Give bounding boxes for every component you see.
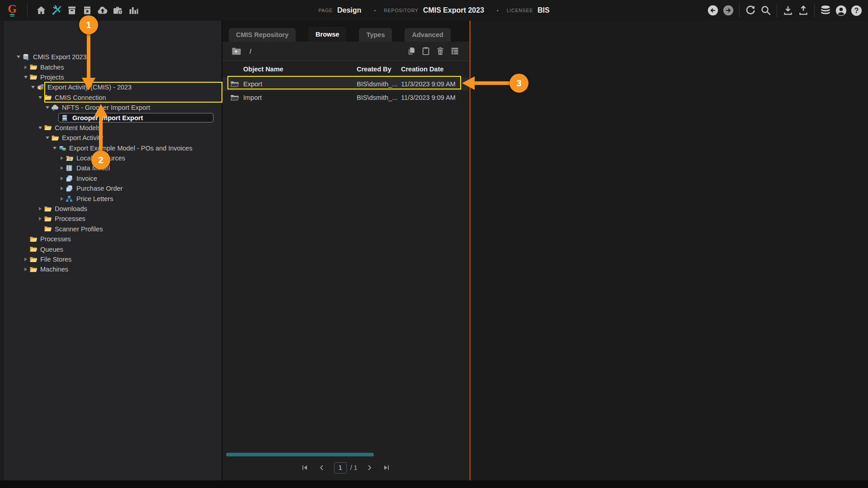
collapse-icon[interactable] <box>51 147 58 150</box>
collapse-icon[interactable] <box>37 96 44 99</box>
folder-icon <box>29 64 38 71</box>
page-value[interactable]: Design <box>337 6 361 14</box>
column-creation-date[interactable]: Creation Date <box>401 66 469 73</box>
refresh-icon[interactable] <box>743 2 758 19</box>
tab-label: Types <box>366 31 385 38</box>
nav-forward-icon[interactable] <box>721 2 736 19</box>
tree-item-invoice[interactable]: Invoice <box>4 174 222 183</box>
tree-item-projects[interactable]: Projects <box>4 72 222 82</box>
help-icon[interactable]: ? <box>849 2 863 19</box>
tree-item-purchase-order[interactable]: Purchase Order <box>4 183 222 193</box>
upload-icon[interactable] <box>796 2 811 19</box>
tree-item-cmis-export-2023[interactable]: CMIS Export 2023 <box>4 52 222 62</box>
user-icon[interactable] <box>834 2 848 19</box>
expand-icon[interactable] <box>58 187 66 190</box>
column-object-name[interactable]: Object Name <box>222 66 357 73</box>
cell-object-name: Export <box>243 80 357 88</box>
collapse-icon[interactable] <box>15 56 22 58</box>
tab-advanced[interactable]: Advanced <box>405 28 450 42</box>
topbar-icon-group <box>781 2 811 19</box>
stats-icon[interactable] <box>126 2 141 19</box>
tree-item-content-models[interactable]: Content Models <box>4 123 222 133</box>
expand-icon[interactable] <box>37 207 44 211</box>
nav-back-icon[interactable] <box>706 2 720 19</box>
expand-icon[interactable] <box>58 177 66 180</box>
tab-types[interactable]: Types <box>359 28 392 42</box>
repository-value[interactable]: CMIS Export 2023 <box>423 6 484 14</box>
tab-cmis-repository[interactable]: CMIS Repository <box>229 28 296 42</box>
tab-browse[interactable]: Browse <box>308 27 346 42</box>
tree-item-export-example-model-pos-and-invoices[interactable]: Export Example Model - POs and Invoices <box>4 143 222 153</box>
tree-item-label: Content Models <box>55 124 101 131</box>
collapse-icon[interactable] <box>37 127 44 129</box>
tree-item-export-activity[interactable]: Export Activity <box>4 133 222 143</box>
tree-item-data-model[interactable]: Data Model <box>4 163 222 173</box>
pager-next-icon[interactable] <box>364 463 374 473</box>
tree-scrollbar-track[interactable] <box>0 21 4 480</box>
tree-item-grooper-import-export[interactable]: Grooper Import Export <box>4 113 222 122</box>
search-icon[interactable] <box>759 2 773 19</box>
tree-item-price-letters[interactable]: Price Letters <box>4 193 222 203</box>
collapse-icon[interactable] <box>29 86 37 89</box>
expand-icon[interactable] <box>22 267 29 271</box>
tree-item-cmis-connection[interactable]: CMIS Connection <box>4 93 222 103</box>
expand-icon[interactable] <box>58 197 66 201</box>
topbar-left: G <box>0 2 141 19</box>
tree-item-label: CMIS Connection <box>55 94 106 101</box>
batches-icon[interactable] <box>65 2 79 19</box>
tree-item-local-resources[interactable]: Local Resources <box>4 153 222 163</box>
expand-icon[interactable] <box>22 258 29 261</box>
tree-item-scanner-profiles[interactable]: Scanner Profiles <box>4 224 222 234</box>
page-label: PAGE <box>318 8 333 13</box>
imports-cloud-icon[interactable] <box>95 2 110 19</box>
copy-icon[interactable] <box>406 45 417 57</box>
collapse-icon[interactable] <box>44 106 51 109</box>
cell-creation-date: 11/3/2023 9:09 AM <box>401 80 469 88</box>
tree-item-processes[interactable]: Processes <box>4 214 222 224</box>
browse-panel: CMIS RepositoryBrowseTypesAdvanced / Obj… <box>222 21 469 480</box>
tree-item-label: Export Example Model - POs and Invoices <box>69 145 192 152</box>
tree-item-nfts-grooper-import-export[interactable]: NFTS - Grooper Import Export <box>4 103 222 113</box>
collapse-icon[interactable] <box>44 136 51 139</box>
pager-last-icon[interactable] <box>382 463 392 473</box>
databases-icon[interactable] <box>818 2 833 19</box>
pagination: 1 / 1 <box>222 457 469 480</box>
expand-icon[interactable] <box>37 217 44 221</box>
download-icon[interactable] <box>781 2 795 19</box>
jobs-icon[interactable] <box>111 2 125 19</box>
tree-item-label: NFTS - Grooper Import Export <box>62 104 150 111</box>
horizontal-scrollbar-thumb[interactable] <box>226 453 374 456</box>
folder-icon <box>44 205 52 212</box>
tree-item-batches[interactable]: Batches <box>4 62 222 72</box>
tree-item-processes[interactable]: Processes <box>4 234 222 244</box>
table-row-import[interactable]: ImportBIS\dsmith_...11/3/2023 9:09 AM <box>222 91 469 104</box>
column-created-by[interactable]: Created By <box>357 66 401 73</box>
details-icon[interactable] <box>449 45 461 57</box>
collapse-icon[interactable] <box>22 76 29 79</box>
pager-prev-icon[interactable] <box>317 463 327 473</box>
table-row-export[interactable]: ExportBIS\dsmith_...11/3/2023 9:09 AM <box>222 77 469 91</box>
expand-icon[interactable] <box>58 166 66 170</box>
delete-icon[interactable] <box>434 45 446 57</box>
expand-icon[interactable] <box>58 156 66 160</box>
folder-up-icon[interactable] <box>231 45 242 57</box>
pager-first-icon[interactable] <box>300 463 310 473</box>
panel-splitter[interactable] <box>469 21 471 480</box>
licensee-value: BIS <box>538 6 550 14</box>
expand-icon[interactable] <box>22 66 29 69</box>
tree-item-label: Processes <box>40 235 71 243</box>
tree-item-selected[interactable]: Grooper Import Export <box>58 113 213 122</box>
tree-item-export-activity-cmis-2023[interactable]: Export Activity (CMIS) - 2023 <box>4 82 222 92</box>
tree-item-queues[interactable]: Queues <box>4 244 222 254</box>
repository-label: REPOSITORY <box>384 8 418 13</box>
folder-icon <box>44 215 52 222</box>
context-separator: • <box>374 8 376 13</box>
tree-item-downloads[interactable]: Downloads <box>4 204 222 214</box>
tree-item-machines[interactable]: Machines <box>4 264 222 274</box>
paste-icon[interactable] <box>420 45 432 57</box>
home-icon[interactable] <box>34 2 48 19</box>
page-number-input[interactable]: 1 <box>334 462 347 474</box>
design-tools-icon[interactable] <box>49 2 64 19</box>
tree-item-file-stores[interactable]: File Stores <box>4 254 222 264</box>
batch-process-icon[interactable] <box>80 2 94 19</box>
